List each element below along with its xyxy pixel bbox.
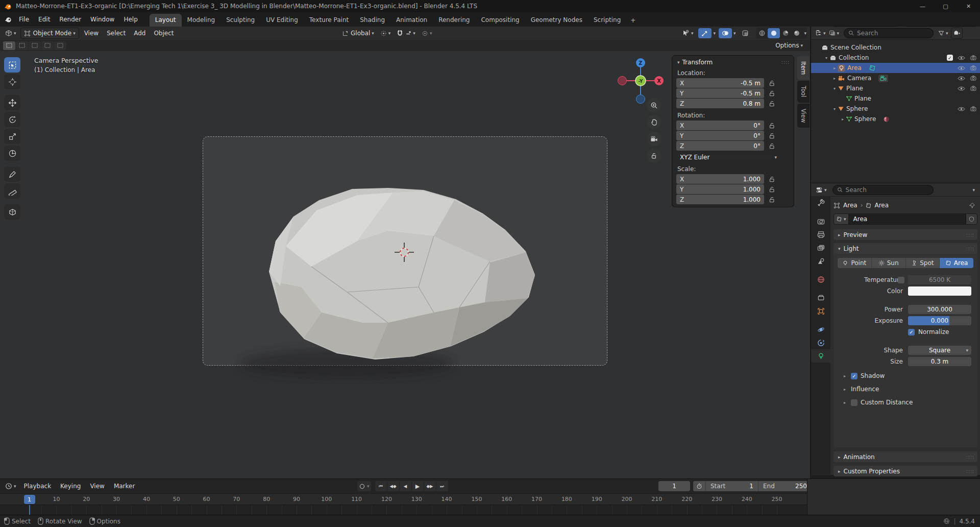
overlays-toggle[interactable] <box>719 28 732 38</box>
collection-checkbox[interactable]: ✓ <box>947 55 953 61</box>
expand-icon[interactable]: ▸ <box>831 76 838 81</box>
timeline-editor-type[interactable]: ▾ <box>2 481 19 491</box>
rotation-mode-dropdown[interactable]: XYZ Euler ▾ <box>676 152 780 162</box>
expand-icon[interactable]: ▾ <box>831 86 838 91</box>
shadow-checkbox[interactable]: ✓ <box>851 373 857 379</box>
play-reverse-button[interactable]: ◀ <box>400 481 412 491</box>
properties-tab-tool[interactable] <box>811 196 830 209</box>
tool-scale[interactable] <box>4 129 20 144</box>
tool-rotate[interactable] <box>4 112 20 127</box>
timeline-menu-marker[interactable]: Marker <box>109 481 139 491</box>
workspace-tab-animation[interactable]: Animation <box>390 14 433 27</box>
jump-to-start-button[interactable]: ⏮ <box>375 481 387 491</box>
tool-add-cube[interactable] <box>4 204 20 220</box>
properties-tab-object[interactable] <box>811 304 830 318</box>
panel-collapse-icon[interactable]: ▾ <box>677 60 680 65</box>
hide-eye-icon[interactable] <box>958 106 965 112</box>
properties-search[interactable]: Search <box>832 185 934 195</box>
custom-distance-checkbox[interactable] <box>851 399 857 406</box>
panel-drag-handle[interactable]: :::: <box>781 60 790 65</box>
camera-view-button[interactable] <box>647 132 661 146</box>
disable-render-icon[interactable] <box>970 75 977 81</box>
select-mode-intersect[interactable] <box>54 41 66 50</box>
rotation-y-field[interactable]: Y0° <box>676 131 764 140</box>
disable-render-icon[interactable] <box>970 85 977 91</box>
pin-id-icon[interactable] <box>969 202 975 209</box>
tool-annotate[interactable] <box>4 166 20 182</box>
tool-cursor[interactable] <box>4 74 20 89</box>
scale-y-field[interactable]: Y1.000 <box>676 184 764 194</box>
outliner-row-collection[interactable]: ▾Collection✓ <box>811 53 980 63</box>
disable-render-icon[interactable] <box>970 55 977 61</box>
properties-tab-world[interactable] <box>811 273 830 286</box>
scale-x-field[interactable]: X1.000 <box>676 174 764 184</box>
prev-keyframe-button[interactable]: ◀◆ <box>387 481 400 491</box>
overlays-dropdown[interactable]: ▾ <box>733 31 736 36</box>
current-frame-field[interactable]: 1 <box>658 481 690 491</box>
show-object-types-dropdown[interactable]: ▾ <box>679 28 697 38</box>
tool-select-box[interactable] <box>4 57 20 73</box>
expand-icon[interactable]: ▸ <box>840 117 846 122</box>
material-icon[interactable] <box>883 116 890 123</box>
disable-render-icon[interactable] <box>970 65 977 71</box>
outliner-row-area[interactable]: ▸Area <box>811 63 980 73</box>
select-mode-new[interactable] <box>3 41 15 50</box>
gizmos-toggle[interactable] <box>698 28 712 38</box>
light-panel-header[interactable]: ▾ Light :::: <box>834 243 977 254</box>
outliner-row-scene-collection[interactable]: Scene Collection <box>811 42 980 53</box>
auto-key-record-icon[interactable] <box>359 483 365 490</box>
expand-icon[interactable]: ▾ <box>831 107 838 111</box>
outliner-filter-type[interactable]: ▾ <box>827 28 841 38</box>
outliner-row-camera[interactable]: ▸Camera <box>811 73 980 83</box>
workspace-tab-texture-paint[interactable]: Texture Paint <box>304 14 354 27</box>
blender-menu-icon[interactable] <box>4 16 12 23</box>
menu-edit[interactable]: Edit <box>34 14 55 25</box>
custom-distance-subpanel[interactable]: ▸ Custom Distance <box>842 399 913 406</box>
new-collection-button[interactable] <box>951 28 963 39</box>
temperature-checkbox[interactable] <box>898 277 904 283</box>
datablock-type-dropdown[interactable]: ▾ <box>834 213 849 225</box>
disable-render-icon[interactable] <box>970 106 977 112</box>
playhead[interactable] <box>29 505 30 516</box>
shading-material-button[interactable] <box>780 28 791 38</box>
editor-type-button[interactable]: ▾ <box>2 28 19 38</box>
custom-properties-panel-header[interactable]: ▸ Custom Properties :::: <box>834 466 977 476</box>
light-type-spot[interactable]: Spot <box>906 258 940 268</box>
end-frame-field[interactable]: End250 <box>758 481 812 491</box>
add-workspace-button[interactable]: + <box>626 14 640 27</box>
outliner-search[interactable]: Search <box>844 28 934 38</box>
orientation-dropdown[interactable]: Global ▾ <box>339 28 377 38</box>
outliner-row-plane[interactable]: ▾Plane <box>811 83 980 93</box>
light-type-area[interactable]: Area <box>940 258 973 268</box>
tool-measure[interactable] <box>4 183 20 199</box>
select-mode-extend[interactable] <box>16 41 28 50</box>
preview-panel-header[interactable]: ▸ Preview :::: <box>834 229 977 240</box>
pan-button[interactable] <box>647 115 661 129</box>
outliner-row-plane[interactable]: Plane <box>811 93 980 104</box>
auto-key-dropdown[interactable]: ▾ <box>367 484 370 489</box>
menu-window[interactable]: Window <box>86 14 119 25</box>
timeline-track[interactable] <box>0 505 807 516</box>
workspace-tab-sculpting[interactable]: Sculpting <box>220 14 260 27</box>
properties-tab-data[interactable] <box>811 349 830 363</box>
outliner-display-mode[interactable]: ▾ <box>814 28 827 38</box>
lock-rotation-x[interactable] <box>768 122 775 129</box>
lock-rotation-y[interactable] <box>768 132 775 139</box>
location-y-field[interactable]: Y-0.5 m <box>676 88 764 98</box>
minimize-button[interactable]: — <box>911 0 934 12</box>
select-mode-invert[interactable] <box>41 41 54 50</box>
lock-scale-z[interactable] <box>768 196 775 203</box>
hide-eye-icon[interactable] <box>958 55 965 61</box>
properties-options-dropdown[interactable]: ▾ <box>972 187 975 193</box>
lock-location-x[interactable] <box>768 80 775 87</box>
maximize-button[interactable]: ▢ <box>934 0 957 12</box>
menu-render[interactable]: Render <box>55 14 86 25</box>
rotation-x-field[interactable]: X0° <box>676 121 764 130</box>
normalize-checkbox[interactable]: ✓ <box>908 329 915 336</box>
jump-to-end-button[interactable]: ⏭ <box>436 481 449 491</box>
lock-rotation-z[interactable] <box>768 142 775 150</box>
outliner-filter-dropdown[interactable]: ▾ <box>937 28 950 38</box>
properties-tab-constraints[interactable] <box>811 336 830 349</box>
viewport-menu-view[interactable]: View <box>80 28 103 38</box>
hide-eye-icon[interactable] <box>958 86 965 91</box>
